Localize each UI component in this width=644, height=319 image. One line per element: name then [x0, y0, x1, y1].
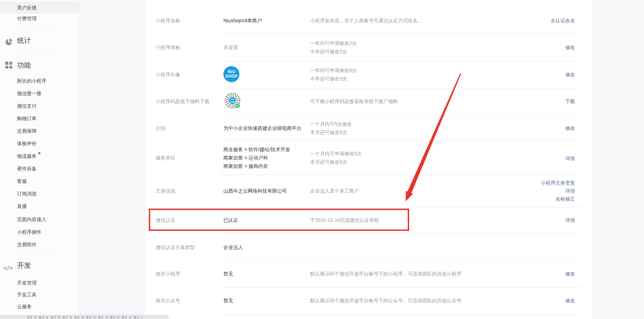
sidebar-item-label: 订阅消息: [17, 191, 37, 196]
row-label: 主体信息: [156, 187, 175, 194]
modify-link[interactable]: 修改: [565, 270, 575, 277]
name-correction-link[interactable]: 名称修正: [555, 195, 575, 202]
subject-name-value: 山西牛之云网络科技有限公司: [223, 187, 287, 194]
verification-status-value: 已认证: [223, 217, 238, 224]
row-divider: [220, 88, 582, 88]
code-icon: </>: [3, 261, 13, 275]
service-category-line3: 商家自营 > 服饰内衣: [223, 163, 268, 170]
row-label: 微信认证: [156, 217, 175, 224]
row-divider: [220, 233, 582, 234]
row-divider: [220, 314, 582, 314]
row-label: 小程序码及线下物料下载: [156, 98, 209, 105]
row-label: 相关小程序: [156, 270, 180, 277]
sidebar-item-label: 附近的小程序: [17, 78, 46, 84]
row-description: 企业法人及个体工商户: [310, 187, 359, 194]
row-divider: [220, 115, 582, 115]
sidebar-item-label: 购物订单: [17, 116, 37, 121]
row-description-line2: 今年还可修改2次: [310, 48, 347, 55]
download-link[interactable]: 下载: [565, 98, 575, 105]
sidebar-item-subscription-messages[interactable]: 订阅消息: [0, 187, 80, 200]
sidebar-item-wechat-search[interactable]: 微信搜一搜: [0, 87, 80, 100]
subject-change-link[interactable]: 小程序主体变更: [541, 179, 575, 186]
row-label: 介绍: [156, 125, 166, 132]
service-category-line1: 商业服务 > 软件/建站/技术开发: [223, 146, 290, 153]
service-category-line2: 商家自营 > 运动户外: [223, 154, 268, 161]
sidebar-item-label: 微信搜一搜: [17, 91, 41, 96]
sidebar-item-customer-service[interactable]: 客服: [0, 175, 80, 187]
sidebar-item-label: 硬件设备: [17, 166, 37, 171]
sidebar-item-paid-management[interactable]: 付费管理: [0, 13, 80, 24]
modify-link[interactable]: 修改: [565, 44, 575, 51]
sidebar-item-transaction-components[interactable]: 交易组件: [0, 238, 80, 251]
row-description: 小程序发布后，非个人类账号可通过认证方式改名。: [310, 17, 422, 24]
modify-link[interactable]: 修改: [565, 125, 575, 132]
related-official-accounts-value: 暂无: [223, 297, 233, 304]
sidebar-section-label: 开发: [17, 258, 31, 272]
abbr-value: 未设置: [223, 44, 238, 51]
row-label: 小程序简称: [156, 44, 180, 51]
sidebar-section-features[interactable]: 功能: [0, 58, 80, 72]
row-label: 服务类目: [156, 154, 175, 161]
status-bar: [0, 315, 169, 319]
sidebar-item-cloud-services[interactable]: 云服务: [0, 300, 80, 313]
sidebar-item-transaction-guarantee[interactable]: 交易保障: [0, 125, 80, 137]
details-link[interactable]: 详情: [565, 187, 575, 194]
subject-type-value: 企业法人: [223, 244, 243, 251]
sidebar-item-label: 物流服务: [17, 153, 37, 159]
sidebar-item-live-streaming[interactable]: 直播: [0, 200, 80, 212]
row-description-line1: 一个月内可申请修改5次: [310, 150, 362, 157]
sidebar-item-dev-management[interactable]: 开发管理: [0, 277, 80, 289]
sidebar-item-nearby-miniprograms[interactable]: 附近的小程序: [0, 75, 80, 87]
sidebar-item-label: 付费管理: [17, 16, 37, 21]
details-link[interactable]: 详情: [565, 217, 575, 224]
sidebar-item-label: 体验评价: [17, 141, 37, 146]
sidebar-item-page-content-access[interactable]: 页面内容接入: [0, 213, 80, 226]
row-description-line1: 一年内可申请修改2次: [310, 40, 357, 47]
row-label: 微信认证主体类型: [156, 244, 195, 251]
sidebar-item-dev-tools[interactable]: 开发工具: [0, 288, 80, 301]
row-divider: [220, 140, 582, 141]
avatar-text-line2: SHOP: [223, 74, 239, 79]
sidebar: 用户反馈 付费管理 统计 功能 附近的小程序 微信搜一搜 微信支付 购物订单 交…: [0, 0, 80, 319]
sidebar-item-label: 微信支付: [17, 103, 37, 109]
row-label: 小程序头像: [156, 71, 180, 78]
miniprogram-code-image: NiU SHOP: [224, 93, 240, 109]
sidebar-divider: [17, 28, 55, 28]
row-divider: [220, 287, 582, 288]
sidebar-item-shopping-orders[interactable]: 购物订单: [0, 112, 80, 125]
grid-icon: [5, 62, 12, 69]
row-label: 小程序名称: [156, 17, 180, 24]
wechat-miniprogram-settings-page: { "colors": { "link_blue": "#576b95", "a…: [0, 0, 644, 319]
sidebar-item-experience-review[interactable]: 体验评价: [0, 137, 80, 150]
modify-link[interactable]: 修改: [565, 71, 575, 78]
sidebar-item-label: 开发管理: [17, 280, 37, 286]
row-description-line2: 本月还可修改5次: [310, 158, 347, 165]
sidebar-section-label: 功能: [17, 58, 31, 72]
row-divider: [220, 261, 582, 261]
sidebar-section-develop[interactable]: </> 开发: [0, 258, 80, 272]
row-divider: [220, 207, 582, 208]
row-label: 相关公众号: [156, 297, 180, 304]
sidebar-item-user-feedback[interactable]: 用户反馈: [0, 2, 80, 14]
details-link[interactable]: 详情: [565, 155, 575, 162]
sidebar-section-statistics[interactable]: 统计: [0, 33, 80, 47]
sidebar-item-label: 云服务: [17, 304, 32, 309]
sidebar-item-label: 小程序插件: [17, 229, 41, 235]
sidebar-item-label: 直播: [17, 203, 27, 209]
sidebar-item-hardware-devices[interactable]: 硬件设备: [0, 162, 80, 175]
sidebar-item-label: 客服: [17, 178, 27, 184]
row-description: 可下载小程序码及搜索框等线下推广物料: [310, 98, 398, 105]
verify-rename-link[interactable]: 去认证改名: [551, 17, 575, 24]
sidebar-item-label: 用户反馈: [17, 5, 37, 10]
sidebar-item-logistics-service[interactable]: 物流服务: [0, 150, 80, 162]
modify-link[interactable]: 修改: [565, 297, 575, 304]
sidebar-divider: [17, 253, 55, 254]
new-badge-dot: [38, 152, 40, 154]
sidebar-item-miniprogram-plugins[interactable]: 小程序插件: [0, 226, 80, 238]
introduction-value: 为中小企业快速搭建企业级电商平台: [223, 125, 301, 132]
sidebar-item-label: 交易保障: [17, 128, 37, 134]
row-description-line2: 今年还可修改5次: [310, 75, 347, 82]
sidebar-item-label: 开发工具: [17, 292, 37, 297]
miniprogram-name-value: NiushopV4单商户: [223, 17, 262, 24]
sidebar-item-wechat-pay[interactable]: 微信支付: [0, 100, 80, 112]
